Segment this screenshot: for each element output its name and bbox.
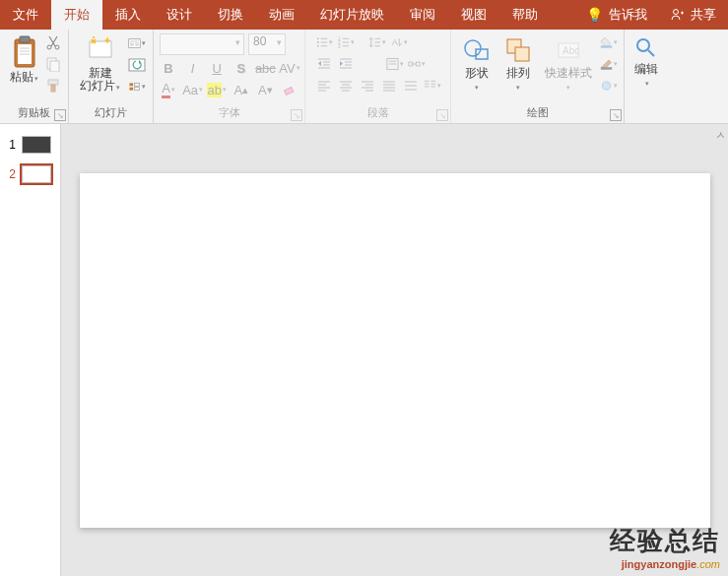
collapse-ribbon-icon[interactable]: ㅅ [715, 128, 726, 143]
svg-rect-21 [129, 87, 133, 90]
svg-rect-49 [386, 58, 397, 69]
tab-bar: 文件 开始 插入 设计 切换 动画 幻灯片放映 审阅 视图 帮助 💡 告诉我 共… [0, 0, 728, 30]
group-editing: 编辑▾ [625, 30, 668, 123]
thumb-number: 2 [6, 167, 16, 181]
svg-rect-23 [135, 87, 140, 90]
grow-font-icon[interactable]: A▴ [232, 81, 250, 98]
slides-group-label: 幻灯片 [95, 105, 127, 121]
format-painter-icon[interactable] [44, 77, 62, 95]
tab-animations[interactable]: 动画 [256, 0, 307, 30]
svg-rect-83 [515, 47, 529, 61]
svg-rect-52 [408, 62, 412, 66]
svg-rect-12 [51, 85, 55, 92]
drawing-launcher[interactable]: ↘ [610, 109, 622, 121]
shape-outline-icon[interactable]: ▾ [600, 55, 618, 73]
person-icon [671, 8, 685, 22]
drawing-group-label: 绘图 [527, 105, 549, 121]
font-color-icon[interactable]: A▾ [160, 81, 177, 98]
main-area: 1 2 ㅅ [0, 124, 728, 576]
font-group-label: 字体 [219, 105, 240, 121]
shapes-label: 形状 [465, 66, 489, 80]
align-text-icon[interactable]: ▾ [386, 55, 404, 73]
font-launcher[interactable]: ↘ [291, 109, 302, 121]
line-spacing-icon[interactable]: ▾ [368, 33, 386, 51]
cut-icon[interactable] [44, 33, 62, 51]
clipboard-group-label: 剪贴板 [18, 105, 50, 121]
shrink-font-icon[interactable]: A▾ [256, 81, 274, 98]
font-name-combo[interactable] [160, 33, 244, 55]
char-spacing-icon[interactable]: AV▾ [281, 59, 298, 77]
group-font: 80 B I U S abc AV▾ A▾ Aa▾ ab▾ A▴ A▾ 字体 ↘ [154, 30, 305, 123]
share-button[interactable]: 共享 [659, 0, 728, 30]
smartart-icon[interactable]: ▾ [408, 55, 426, 73]
section-icon[interactable]: ▾ [128, 78, 146, 96]
quick-styles-button[interactable]: Abc 快速样式▾ [541, 33, 596, 96]
tab-view[interactable]: 视图 [448, 0, 499, 30]
change-case-icon[interactable]: Aa▾ [184, 81, 202, 98]
slide-thumb-1[interactable]: 1 [0, 130, 60, 160]
bullets-icon[interactable]: ▾ [315, 33, 333, 51]
svg-point-89 [637, 39, 649, 51]
tab-file[interactable]: 文件 [0, 0, 51, 30]
underline-icon[interactable]: U [208, 59, 226, 77]
align-center-icon[interactable] [337, 77, 355, 95]
watermark: 经验总结 jingyanzongjie.com [610, 524, 720, 570]
tab-home[interactable]: 开始 [51, 0, 102, 30]
font-size-combo[interactable]: 80 [248, 33, 286, 55]
paragraph-group-label: 段落 [367, 105, 389, 121]
distribute-icon[interactable] [402, 77, 420, 95]
decrease-indent-icon[interactable] [315, 55, 333, 73]
italic-icon[interactable]: I [184, 59, 202, 77]
copy-icon[interactable] [44, 55, 62, 73]
align-right-icon[interactable] [359, 77, 376, 95]
paste-button[interactable]: 粘贴▾ [6, 33, 42, 95]
edit-button[interactable]: 编辑▾ [629, 33, 663, 92]
layout-icon[interactable]: ▾ [128, 34, 146, 52]
svg-line-90 [648, 50, 654, 56]
columns-icon[interactable]: ▾ [424, 77, 441, 95]
clear-format-icon[interactable] [281, 81, 298, 98]
tab-transitions[interactable]: 切换 [205, 0, 256, 30]
tab-design[interactable]: 设计 [154, 0, 205, 30]
strikethrough-icon[interactable]: abc [256, 59, 274, 77]
svg-point-8 [55, 45, 59, 49]
group-drawing: 形状▾ 排列▾ Abc 快速样式▾ ▾ ▾ ▾ 绘图 ↘ [451, 30, 625, 123]
find-icon [633, 35, 659, 61]
tab-slideshow[interactable]: 幻灯片放映 [307, 0, 397, 30]
justify-icon[interactable] [380, 77, 398, 95]
tab-review[interactable]: 审阅 [397, 0, 448, 30]
shapes-button[interactable]: 形状▾ [458, 33, 496, 96]
svg-rect-2 [20, 36, 30, 42]
align-left-icon[interactable] [315, 77, 333, 95]
paragraph-launcher[interactable]: ↘ [436, 109, 448, 121]
svg-rect-10 [50, 61, 59, 72]
quick-styles-label: 快速样式 [545, 66, 592, 80]
text-direction-icon[interactable]: A▾ [390, 33, 408, 51]
new-slide-button[interactable]: 新建 幻灯片▾ [76, 33, 124, 96]
tab-insert[interactable]: 插入 [102, 0, 154, 30]
ribbon: 粘贴▾ 剪贴板 ↘ 新建 幻灯片▾ ▾ [0, 30, 728, 124]
new-slide-icon [86, 35, 115, 65]
slide-thumb-2[interactable]: 2 [0, 160, 60, 189]
shape-fill-icon[interactable]: ▾ [600, 33, 618, 51]
watermark-title: 经验总结 [610, 524, 720, 558]
bold-icon[interactable]: B [160, 59, 177, 77]
svg-rect-53 [416, 62, 420, 66]
shape-effects-icon[interactable]: ▾ [600, 77, 618, 95]
slide-editor[interactable]: ㅅ [61, 124, 728, 576]
thumb-preview [22, 165, 51, 183]
arrange-icon [503, 35, 533, 65]
reset-icon[interactable] [128, 56, 146, 74]
clipboard-launcher[interactable]: ↘ [54, 109, 66, 121]
highlight-icon[interactable]: ab▾ [208, 81, 226, 98]
group-slides: 新建 幻灯片▾ ▾ ▾ 幻灯片 [69, 30, 154, 123]
shadow-icon[interactable]: S [232, 59, 250, 77]
slide-canvas[interactable] [80, 173, 710, 528]
numbering-icon[interactable]: 123▾ [337, 33, 355, 51]
arrange-button[interactable]: 排列▾ [499, 33, 537, 96]
tell-me-button[interactable]: 💡 告诉我 [574, 0, 659, 30]
paste-label: 粘贴 [10, 70, 33, 84]
svg-point-80 [465, 40, 481, 56]
increase-indent-icon[interactable] [337, 55, 355, 73]
tab-help[interactable]: 帮助 [499, 0, 551, 30]
